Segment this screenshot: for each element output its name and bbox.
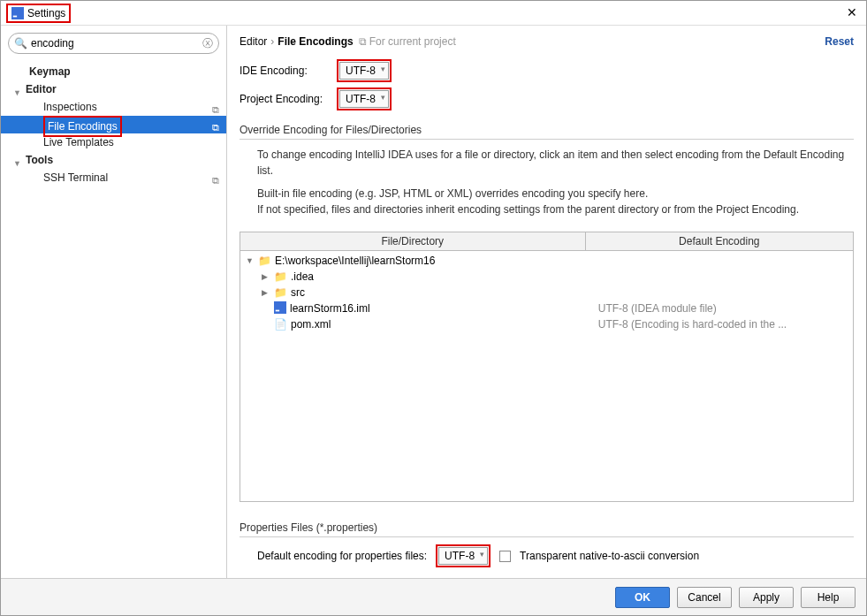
sidebar-item-keymap[interactable]: Keymap (1, 63, 226, 80)
properties-encoding-dropdown[interactable]: UTF-8 (438, 547, 488, 565)
transparent-ascii-checkbox[interactable] (499, 551, 511, 562)
col-file-directory[interactable]: File/Directory (240, 232, 586, 250)
sidebar-item-label: Live Templates (43, 136, 114, 148)
sidebar-item-live-templates[interactable]: Live Templates (1, 133, 226, 151)
override-section-title: Override Encoding for Files/Directories (240, 124, 854, 140)
sidebar-item-label: Inspections (43, 101, 97, 113)
table-row[interactable]: ▶📁src (240, 285, 853, 300)
table-row[interactable]: learnStorm16.imlUTF-8 (IDEA module file) (240, 300, 853, 316)
sidebar-item-inspections[interactable]: Inspections⧉ (1, 98, 226, 116)
sidebar-item-ssh-terminal[interactable]: SSH Terminal⧉ (1, 169, 226, 186)
window-title: Settings (27, 7, 65, 19)
intellij-file-icon (274, 301, 286, 316)
search-field[interactable] (31, 37, 199, 49)
table-row[interactable]: ▼📁E:\workspace\Intellij\learnStorm16 (240, 253, 853, 269)
folder-icon: 📁 (274, 286, 287, 299)
file-name: .idea (291, 270, 314, 283)
svg-rect-2 (274, 301, 286, 314)
folder-icon: 📁 (274, 270, 287, 283)
reset-link[interactable]: Reset (825, 35, 854, 48)
sidebar-item-label: SSH Terminal (43, 171, 108, 184)
sidebar-item-editor[interactable]: ▼Editor (1, 80, 226, 98)
settings-window: Settings ✕ 🔍 ⓧ Keymap▼EditorInspections⧉… (0, 0, 867, 616)
sidebar-item-label: Keymap (29, 65, 71, 78)
apply-button[interactable]: Apply (739, 587, 794, 608)
sidebar-item-file-encodings[interactable]: File Encodings⧉ (1, 116, 226, 133)
sidebar-item-label: Editor (26, 83, 57, 95)
file-name: pom.xml (291, 318, 331, 331)
svg-rect-1 (13, 15, 17, 17)
intellij-icon (11, 7, 24, 19)
file-name: src (291, 286, 305, 299)
svg-rect-0 (11, 7, 24, 19)
help-button[interactable]: Help (801, 587, 856, 608)
settings-tree[interactable]: Keymap▼EditorInspections⧉File Encodings⧉… (1, 61, 226, 578)
project-encoding-label: Project Encoding: (240, 93, 331, 105)
file-name: learnStorm16.iml (290, 302, 370, 315)
file-encoding-table[interactable]: File/Directory Default Encoding ▼📁E:\wor… (240, 232, 854, 502)
sidebar-item-label: File Encodings (48, 120, 118, 133)
properties-section-title: Properties Files (*.properties) (240, 521, 854, 537)
tree-arrow-icon: ▶ (262, 272, 270, 281)
table-row[interactable]: 📄pom.xmlUTF-8 (Encoding is hard-coded in… (240, 316, 853, 332)
titlebar: Settings ✕ (1, 1, 866, 26)
for-current-project: ⧉ For current project (359, 35, 456, 48)
copy-icon: ⧉ (212, 171, 219, 189)
col-default-encoding[interactable]: Default Encoding (586, 232, 853, 250)
dialog-footer: OK Cancel Apply Help (1, 578, 866, 615)
sidebar-item-label: Tools (26, 154, 53, 166)
close-icon[interactable]: ✕ (847, 5, 857, 19)
override-section-text: To change encoding IntelliJ IDEA uses fo… (240, 140, 854, 232)
tree-arrow-icon: ▶ (262, 288, 270, 297)
search-icon: 🔍 (14, 37, 27, 49)
table-row[interactable]: ▶📁.idea (240, 269, 853, 285)
search-input[interactable]: 🔍 ⓧ (8, 33, 219, 54)
sidebar-item-tools[interactable]: ▼Tools (1, 151, 226, 169)
ide-encoding-dropdown[interactable]: UTF-8 (339, 62, 389, 80)
clear-icon[interactable]: ⓧ (202, 36, 213, 51)
breadcrumb: Editor›File Encodings (240, 34, 354, 48)
properties-encoding-label: Default encoding for properties files: (257, 550, 427, 562)
project-encoding-dropdown[interactable]: UTF-8 (339, 90, 389, 108)
xml-file-icon: 📄 (274, 318, 287, 331)
cancel-button[interactable]: Cancel (677, 587, 732, 608)
table-header: File/Directory Default Encoding (240, 232, 853, 251)
ide-encoding-label: IDE Encoding: (240, 65, 331, 77)
svg-rect-3 (276, 309, 279, 311)
sidebar: 🔍 ⓧ Keymap▼EditorInspections⧉File Encodi… (1, 26, 227, 578)
file-encoding-value: UTF-8 (Encoding is hard-coded in the ... (593, 318, 853, 331)
tree-arrow-icon: ▼ (246, 256, 255, 265)
file-name: E:\workspace\Intellij\learnStorm16 (275, 255, 435, 267)
folder-icon: 📁 (258, 255, 271, 267)
copy-icon: ⧉ (359, 35, 367, 48)
main-panel: Editor›File Encodings ⧉ For current proj… (227, 26, 866, 578)
transparent-ascii-label: Transparent native-to-ascii conversion (520, 550, 699, 562)
ok-button[interactable]: OK (615, 587, 670, 608)
file-encoding-value: UTF-8 (IDEA module file) (593, 302, 853, 315)
